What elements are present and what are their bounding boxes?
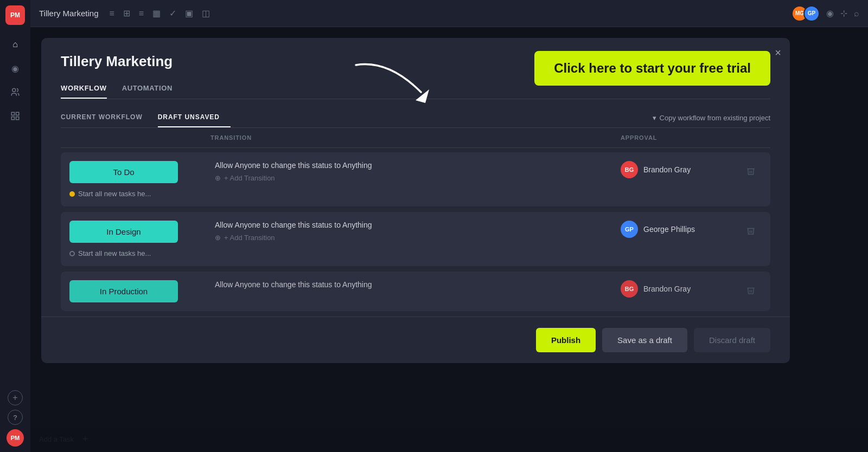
transition-col-production: Allow Anyone to change this status to An… [210, 280, 621, 289]
add-transition-todo[interactable]: ⊕ + Add Transition [215, 174, 621, 182]
modal-footer: Publish Save as a draft Discard draft [41, 317, 790, 363]
svg-point-0 [12, 88, 16, 92]
status-badge-production[interactable]: In Production [69, 280, 178, 302]
sidebar-item-home[interactable]: ⌂ [5, 35, 25, 54]
transition-col-todo: Allow Anyone to change this status to An… [210, 161, 621, 182]
transition-text-production: Allow Anyone to change this status to An… [215, 280, 621, 289]
topbar-check-icon[interactable]: ✓ [169, 8, 176, 18]
header-transition: TRANSITION [210, 134, 621, 141]
start-tasks-design: Start all new tasks he... [69, 249, 210, 257]
status-col-design: In Design Start all new tasks he... [69, 221, 210, 257]
dot-yellow-icon [69, 191, 75, 197]
chevron-down-icon: ▾ [653, 114, 656, 122]
svg-rect-2 [16, 112, 19, 115]
header-approval: APPROVAL [621, 134, 740, 141]
svg-rect-3 [11, 117, 14, 120]
modal-close-button[interactable]: × [775, 47, 781, 59]
workflow-tab-current[interactable]: CURRENT WORKFLOW [61, 108, 154, 127]
topbar-search-icon[interactable]: ⌕ [854, 9, 859, 18]
main-content: Add a Task + × Click here to start your … [30, 27, 868, 452]
topbar-table-icon[interactable]: ▦ [152, 8, 161, 18]
modal-panel: × Click here to start your free trial Ti… [41, 38, 790, 363]
workflow-content: CURRENT WORKFLOW DRAFT UNSAVED ▾ Copy wo… [41, 99, 790, 317]
workflow-tab-draft[interactable]: DRAFT UNSAVED [158, 108, 231, 127]
sidebar-item-team[interactable] [5, 82, 25, 102]
topbar-icons: ≡ ⊞ ≡ ▦ ✓ ▣ ◫ [109, 8, 210, 18]
workflow-toolbar: CURRENT WORKFLOW DRAFT UNSAVED ▾ Copy wo… [61, 99, 770, 128]
transition-text-design: Allow Anyone to change this status to An… [215, 221, 621, 229]
topbar-avatar-gp[interactable]: GP [803, 5, 820, 22]
free-trial-text: Click here to start your free trial [554, 61, 751, 75]
topbar-calendar-icon[interactable]: ▣ [185, 8, 193, 18]
save-draft-button[interactable]: Save as a draft [602, 328, 687, 352]
approver-avatar-brandon-2: BG [621, 280, 638, 298]
app-logo[interactable]: PM [5, 5, 25, 25]
approval-col-production: BG Brandon Gray [621, 280, 740, 298]
table-row: In Production Allow Anyone to change thi… [61, 272, 770, 311]
topbar-doc-icon[interactable]: ◫ [202, 8, 210, 18]
table-header: TRANSITION APPROVAL [61, 128, 770, 148]
delete-row-todo[interactable] [740, 161, 762, 176]
tab-automation[interactable]: AUTOMATION [122, 79, 173, 99]
approver-name-brandon: Brandon Gray [643, 165, 691, 174]
status-badge-todo[interactable]: To Do [69, 161, 178, 183]
topbar-project-title: Tillery Marketing [39, 9, 98, 18]
tab-workflow[interactable]: WORKFLOW [61, 79, 107, 99]
transition-text-todo: Allow Anyone to change this status to An… [215, 161, 621, 170]
svg-rect-4 [16, 117, 19, 120]
copy-workflow-button[interactable]: ▾ Copy workflow from existing project [653, 114, 770, 122]
transition-col-design: Allow Anyone to change this status to An… [210, 221, 621, 242]
plus-circle-icon: ⊕ [215, 234, 221, 242]
delete-row-production[interactable] [740, 280, 762, 295]
approver-name-brandon-2: Brandon Gray [643, 285, 691, 293]
table-row: To Do Start all new tasks he... Allow An… [61, 152, 770, 206]
workflow-table: To Do Start all new tasks he... Allow An… [61, 152, 770, 317]
sidebar-add-button[interactable]: + [8, 390, 23, 405]
topbar: Tillery Marketing ≡ ⊞ ≡ ▦ ✓ ▣ ◫ MG GP ◉ … [30, 0, 868, 27]
status-col-todo: To Do Start all new tasks he... [69, 161, 210, 198]
status-col-production: In Production [69, 280, 210, 302]
sidebar-user-avatar[interactable]: PM [7, 429, 24, 447]
approver-avatar-brandon: BG [621, 161, 638, 178]
topbar-list-icon[interactable]: ≡ [109, 9, 114, 18]
add-transition-design[interactable]: ⊕ + Add Transition [215, 234, 621, 242]
topbar-view-icon[interactable]: ◉ [826, 8, 834, 18]
header-actions [740, 134, 762, 141]
discard-draft-button[interactable]: Discard draft [694, 328, 770, 352]
sidebar-item-projects[interactable] [5, 106, 25, 126]
dot-gray-icon [69, 251, 75, 256]
status-badge-design[interactable]: In Design [69, 221, 178, 243]
sidebar-help-button[interactable]: ? [8, 410, 23, 425]
publish-button[interactable]: Publish [536, 328, 596, 352]
topbar-filter-icon[interactable]: ⊹ [840, 8, 847, 18]
svg-rect-1 [11, 112, 14, 115]
start-tasks-todo: Start all new tasks he... [69, 190, 210, 198]
topbar-grid-icon[interactable]: ⊞ [123, 8, 130, 18]
modal-overlay: × Click here to start your free trial Ti… [30, 27, 868, 452]
plus-circle-icon: ⊕ [215, 174, 221, 182]
free-trial-banner[interactable]: Click here to start your free trial [534, 51, 770, 86]
approval-col-design: GP George Phillips [621, 221, 740, 238]
header-status [69, 134, 210, 141]
topbar-avatar-group: MG GP [792, 5, 820, 22]
sidebar: PM ⌂ ◉ + ? PM [0, 0, 30, 452]
topbar-align-icon[interactable]: ≡ [139, 9, 144, 18]
approver-name-george: George Phillips [643, 225, 695, 234]
approver-avatar-george: GP [621, 221, 638, 238]
delete-row-design[interactable] [740, 221, 762, 236]
topbar-right: MG GP ◉ ⊹ ⌕ [792, 5, 859, 22]
table-row: In Design Start all new tasks he... Allo… [61, 212, 770, 266]
sidebar-item-recent[interactable]: ◉ [5, 59, 25, 78]
approval-col-todo: BG Brandon Gray [621, 161, 740, 178]
